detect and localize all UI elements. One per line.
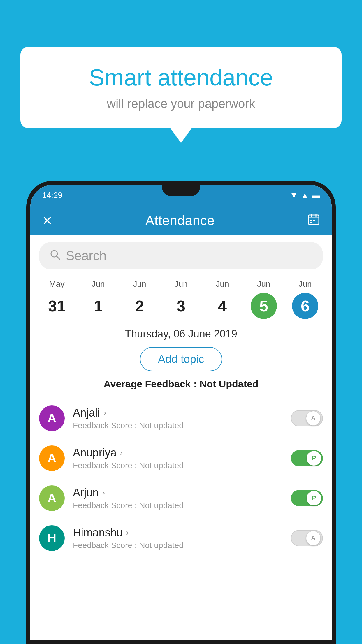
student-feedback: Feedback Score : Not updated bbox=[73, 501, 283, 510]
date-month: Jun bbox=[202, 279, 243, 289]
date-month: May bbox=[36, 279, 78, 289]
toggle-switch[interactable]: P bbox=[291, 490, 323, 506]
student-info: Anupriya ›Feedback Score : Not updated bbox=[73, 447, 283, 470]
date-item-4[interactable]: Jun4 bbox=[202, 279, 243, 319]
student-avatar: A bbox=[39, 405, 65, 431]
student-item-1[interactable]: AAnupriya ›Feedback Score : Not updatedP bbox=[39, 438, 323, 478]
student-info: Anjali ›Feedback Score : Not updated bbox=[73, 407, 283, 430]
student-name: Anupriya › bbox=[73, 447, 283, 459]
student-avatar: A bbox=[39, 445, 65, 471]
battery-icon: ▬ bbox=[312, 191, 320, 200]
date-day: 31 bbox=[44, 293, 70, 319]
student-name: Himanshu › bbox=[73, 526, 283, 539]
chevron-right-icon: › bbox=[103, 408, 106, 417]
app-tagline-subtitle: will replace your paperwork bbox=[44, 97, 318, 111]
add-topic-button[interactable]: Add topic bbox=[140, 347, 222, 371]
date-month: Jun bbox=[119, 279, 160, 289]
date-item-0[interactable]: May31 bbox=[36, 279, 78, 319]
phone-inner: 14:29 ▼ ▲ ▬ ✕ Attendance bbox=[30, 185, 332, 640]
svg-rect-6 bbox=[310, 222, 312, 223]
student-info: Arjun ›Feedback Score : Not updated bbox=[73, 487, 283, 510]
student-info: Himanshu ›Feedback Score : Not updated bbox=[73, 526, 283, 550]
calendar-icon[interactable] bbox=[307, 213, 320, 228]
chevron-right-icon: › bbox=[120, 448, 123, 457]
status-icons: ▼ ▲ ▬ bbox=[290, 191, 320, 200]
close-button[interactable]: ✕ bbox=[42, 213, 53, 228]
date-month: Jun bbox=[160, 279, 202, 289]
toggle-thumb: A bbox=[306, 531, 321, 545]
attendance-toggle[interactable]: P bbox=[291, 490, 323, 506]
svg-rect-4 bbox=[310, 220, 312, 221]
date-day: 4 bbox=[209, 293, 236, 319]
svg-line-8 bbox=[57, 256, 60, 259]
phone-notch bbox=[162, 185, 200, 196]
avg-feedback: Average Feedback : Not Updated bbox=[30, 378, 332, 390]
toggle-thumb: A bbox=[306, 411, 321, 426]
date-item-3[interactable]: Jun3 bbox=[160, 279, 202, 319]
wifi-icon: ▼ bbox=[290, 191, 298, 200]
date-item-6[interactable]: Jun6 bbox=[284, 279, 326, 319]
student-feedback: Feedback Score : Not updated bbox=[73, 461, 283, 470]
date-month: Jun bbox=[78, 279, 119, 289]
toggle-thumb: P bbox=[307, 491, 321, 505]
student-item-3[interactable]: HHimanshu ›Feedback Score : Not updatedA bbox=[39, 518, 323, 558]
speech-bubble: Smart attendance will replace your paper… bbox=[20, 47, 342, 128]
search-bar[interactable]: Search bbox=[39, 242, 323, 270]
student-name: Anjali › bbox=[73, 407, 283, 419]
search-icon bbox=[50, 249, 61, 263]
date-day: 3 bbox=[168, 293, 194, 319]
date-scroller[interactable]: May31Jun1Jun2Jun3Jun4Jun5Jun6 bbox=[30, 276, 332, 325]
search-placeholder: Search bbox=[66, 249, 106, 263]
avg-feedback-label: Average Feedback : bbox=[103, 378, 199, 389]
attendance-toggle[interactable]: A bbox=[291, 530, 323, 546]
attendance-toggle[interactable]: A bbox=[291, 410, 323, 426]
date-day: 2 bbox=[126, 293, 153, 319]
student-feedback: Feedback Score : Not updated bbox=[73, 421, 283, 430]
app-header: ✕ Attendance bbox=[30, 206, 332, 235]
chevron-right-icon: › bbox=[102, 488, 105, 497]
status-time: 14:29 bbox=[42, 191, 62, 200]
svg-rect-5 bbox=[313, 220, 315, 221]
student-name: Arjun › bbox=[73, 487, 283, 499]
student-item-2[interactable]: AArjun ›Feedback Score : Not updatedP bbox=[39, 478, 323, 518]
toggle-switch[interactable]: A bbox=[291, 530, 323, 546]
date-day: 6 bbox=[292, 293, 318, 319]
student-avatar: H bbox=[39, 525, 65, 551]
toggle-switch[interactable]: P bbox=[291, 450, 323, 466]
avg-feedback-value: Not Updated bbox=[200, 378, 259, 389]
phone-frame: 14:29 ▼ ▲ ▬ ✕ Attendance bbox=[26, 181, 336, 644]
date-month: Jun bbox=[243, 279, 284, 289]
chevron-right-icon: › bbox=[126, 528, 129, 537]
date-item-5[interactable]: Jun5 bbox=[243, 279, 284, 319]
header-title: Attendance bbox=[145, 213, 215, 228]
date-day: 1 bbox=[85, 293, 111, 319]
date-day: 5 bbox=[251, 293, 277, 319]
app-tagline-title: Smart attendance bbox=[44, 64, 318, 91]
toggle-switch[interactable]: A bbox=[291, 410, 323, 426]
speech-bubble-container: Smart attendance will replace your paper… bbox=[20, 47, 342, 128]
student-item-0[interactable]: AAnjali ›Feedback Score : Not updatedA bbox=[39, 398, 323, 438]
student-avatar: A bbox=[39, 485, 65, 511]
student-list: AAnjali ›Feedback Score : Not updatedAAA… bbox=[30, 398, 332, 558]
attendance-toggle[interactable]: P bbox=[291, 450, 323, 466]
selected-date: Thursday, 06 June 2019 bbox=[30, 328, 332, 340]
student-feedback: Feedback Score : Not updated bbox=[73, 541, 283, 550]
date-item-2[interactable]: Jun2 bbox=[119, 279, 160, 319]
signal-icon: ▲ bbox=[301, 191, 309, 200]
date-item-1[interactable]: Jun1 bbox=[78, 279, 119, 319]
toggle-thumb: P bbox=[307, 451, 321, 466]
date-month: Jun bbox=[284, 279, 326, 289]
